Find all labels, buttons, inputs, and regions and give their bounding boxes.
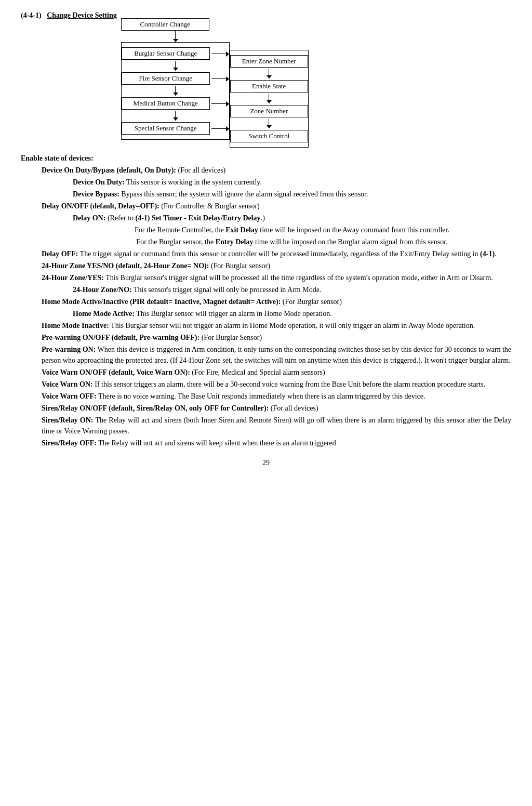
voice-warn-on-para: Voice Warn ON: If this sensor triggers a… — [42, 379, 511, 390]
delay-onoff-normal: (For Controller & Burglar sensor) — [159, 202, 260, 210]
siren-relay-heading: Siren/Relay ON/OFF (default, Siren/Relay… — [42, 403, 511, 414]
siren-relay-normal: (For all devices) — [269, 404, 318, 412]
enable-state-heading: Enable state of devices: — [21, 153, 511, 164]
voice-warn-heading: Voice Warn ON/OFF (default, Voice Warn O… — [42, 367, 511, 378]
page-number: 29 — [21, 459, 511, 467]
switch-control-box: Switch Control — [230, 130, 308, 142]
device-bypass-para: Device Bypass: Bypass this sensor; the s… — [73, 189, 511, 200]
delay-on-bold: Delay ON: — [73, 214, 105, 222]
24hour-normal: (For Burglar sensor) — [209, 262, 270, 270]
special-sensor-change-box: Special Sensor Change — [122, 122, 210, 135]
prewarning-on-normal: When this device is triggered in Arm con… — [42, 346, 511, 364]
24hour-no-para: 24-Hour Zone/NO: This sensor's trigger s… — [73, 284, 511, 295]
fire-sensor-change-box: Fire Sensor Change — [122, 72, 210, 85]
delay-off-normal2: . — [495, 250, 497, 258]
siren-relay-on-normal: The Relay will act and sirens (both Inne… — [42, 416, 511, 435]
home-mode-active-para: Home Mode Active: This Burglar sensor wi… — [73, 308, 511, 319]
prewarning-bold: Pre-warning ON/OFF (default, Pre-warning… — [42, 334, 200, 341]
home-mode-active-normal: This Burglar sensor will trigger an alar… — [135, 310, 332, 318]
delay-on-remote-normal: For the Remote Controller, the — [135, 226, 225, 234]
delay-on-normal2: .) — [261, 214, 265, 222]
device-bypass-normal: Bypass this sensor; the system will igno… — [119, 190, 368, 198]
device-on-duty-bypass-normal: (For all devices) — [176, 166, 225, 174]
device-on-duty-normal: This sensor is working in the system cur… — [125, 178, 262, 186]
enter-zone-number-box: Enter Zone Number — [230, 55, 308, 68]
delay-off-bold2: (4-1) — [480, 250, 495, 258]
siren-relay-on-bold: Siren/Relay ON: — [42, 416, 94, 424]
home-mode-inactive-normal: This Burglar sensor will not trigger an … — [109, 322, 475, 329]
home-mode-active-bold: Home Mode Active: — [73, 310, 135, 318]
prewarning-heading: Pre-warning ON/OFF (default, Pre-warning… — [42, 332, 511, 343]
home-mode-inactive-bold: Home Mode Inactive: — [42, 322, 109, 329]
diagram-section: (4-4-1) Change Device Setting Controller… — [21, 10, 511, 148]
delay-off-normal: The trigger signal or command from this … — [78, 250, 480, 258]
24hour-bold: 24-Hour Zone YES/NO (default, 24-Hour Zo… — [42, 262, 209, 270]
home-mode-bold: Home Mode Active/Inactive (PIR default= … — [42, 298, 281, 306]
prewarning-normal: (For Burglar Sensor) — [200, 334, 262, 341]
delay-on-normal: (Refer to — [105, 214, 135, 222]
delay-off-para: Delay OFF: The trigger signal or command… — [42, 248, 511, 259]
delay-on-burglar-normal2: time will be imposed on the Burglar alar… — [253, 238, 447, 246]
24hour-heading: 24-Hour Zone YES/NO (default, 24-Hour Zo… — [42, 260, 511, 271]
home-mode-normal: (For Burglar sensor) — [281, 298, 342, 306]
device-on-duty-bypass-heading: Device On Duty/Bypass (default, On Duty)… — [42, 165, 511, 176]
section-label: (4-4-1) Change Device Setting — [21, 11, 117, 20]
delay-onoff-bold: Delay ON/OFF (default, Delay=OFF): — [42, 202, 159, 210]
delay-on-burglar-normal: For the Burglar sensor, the — [136, 238, 215, 246]
delay-onoff-heading: Delay ON/OFF (default, Delay=OFF): (For … — [42, 201, 511, 212]
voice-warn-on-bold: Voice Warn ON: — [42, 380, 93, 388]
burglar-sensor-change-box: Burglar Sensor Change — [122, 47, 210, 60]
voice-warn-on-normal: If this sensor triggers an alarm, there … — [93, 380, 485, 388]
siren-relay-bold: Siren/Relay ON/OFF (default, Siren/Relay… — [42, 404, 269, 412]
delay-on-remote-para: For the Remote Controller, the Exit Dela… — [73, 224, 511, 235]
device-on-duty-bold: Device On Duty: — [73, 178, 125, 186]
delay-on-burglar-bold: Entry Delay — [216, 238, 254, 246]
siren-relay-on-para: Siren/Relay ON: The Relay will act and s… — [42, 415, 511, 437]
enable-state-box: Enable State — [230, 80, 308, 93]
voice-warn-normal: (For Fire, Medical and Special alarm sen… — [190, 368, 325, 376]
home-mode-heading: Home Mode Active/Inactive (PIR default= … — [42, 296, 511, 307]
section-title: Change Device Setting — [47, 11, 117, 19]
voice-warn-off-normal: There is no voice warning. The Base Unit… — [97, 392, 425, 400]
medical-button-change-box: Medical Button Change — [122, 97, 210, 110]
home-mode-inactive-para: Home Mode Inactive: This Burglar sensor … — [42, 320, 511, 331]
page-content: (4-4-1) Change Device Setting Controller… — [21, 10, 511, 467]
24hour-no-normal: This sensor's trigger signal will only b… — [132, 286, 322, 294]
delay-on-heading: Delay ON: (Refer to (4-1) Set Timer - Ex… — [73, 213, 511, 223]
delay-on-remote-bold: Exit Delay — [225, 226, 258, 234]
section-parens: (4-4-1) — [21, 11, 42, 19]
zone-number-box: Zone Number — [230, 105, 308, 117]
voice-warn-off-para: Voice Warn OFF: There is no voice warnin… — [42, 391, 511, 402]
device-on-duty-para: Device On Duty: This sensor is working i… — [73, 177, 511, 188]
24hour-no-bold: 24-Hour Zone/NO: — [73, 286, 132, 294]
siren-relay-off-normal: The Relay will not act and sirens will k… — [97, 439, 336, 447]
prewarning-on-bold: Pre-warning ON: — [42, 346, 96, 353]
flow-diagram: Controller Change Burglar Sensor Change — [121, 10, 309, 148]
siren-relay-off-bold: Siren/Relay OFF: — [42, 439, 97, 447]
voice-warn-bold: Voice Warn ON/OFF (default, Voice Warn O… — [42, 368, 190, 376]
delay-off-bold: Delay OFF: — [42, 250, 78, 258]
delay-on-bold2: (4-1) Set Timer - Exit Delay/Entry Delay — [136, 214, 261, 222]
controller-change-box: Controller Change — [121, 18, 209, 31]
device-bypass-bold: Device Bypass: — [73, 190, 119, 198]
device-on-duty-bypass-bold: Device On Duty/Bypass (default, On Duty)… — [42, 166, 176, 174]
voice-warn-off-bold: Voice Warn OFF: — [42, 392, 97, 400]
delay-on-burglar-para: For the Burglar sensor, the Entry Delay … — [73, 236, 511, 247]
24hour-yes-bold: 24-Hour Zone/YES: — [42, 274, 104, 282]
24hour-yes-para: 24-Hour Zone/YES: This Burglar sensor's … — [42, 272, 511, 283]
siren-relay-off-para: Siren/Relay OFF: The Relay will not act … — [42, 438, 511, 448]
content-section: Enable state of devices: Device On Duty/… — [21, 153, 511, 448]
24hour-yes-normal: This Burglar sensor's trigger signal wil… — [104, 274, 493, 282]
prewarning-on-para: Pre-warning ON: When this device is trig… — [42, 344, 511, 366]
delay-on-remote-normal2: time will be imposed on the Away command… — [258, 226, 449, 234]
enable-state-heading-text: Enable state of devices: — [21, 154, 94, 162]
